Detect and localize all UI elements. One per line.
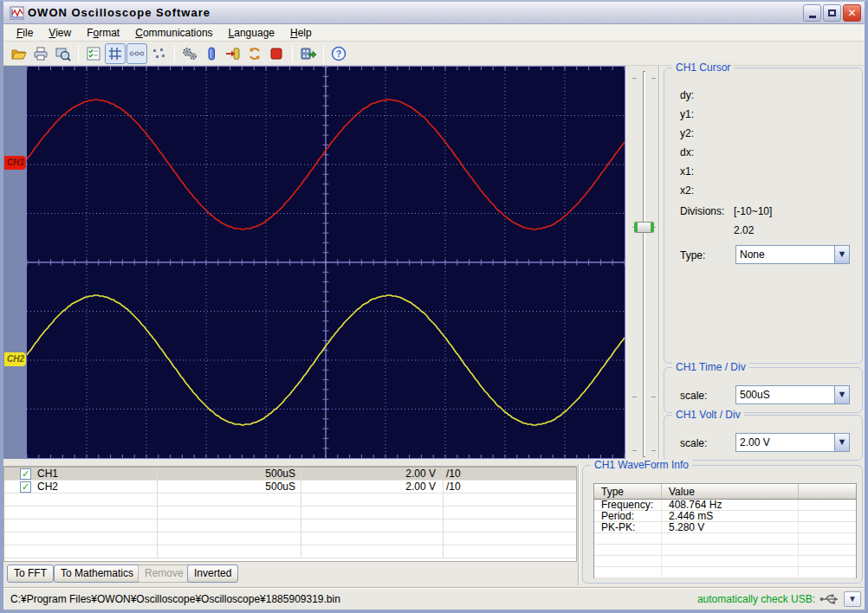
- print-preview-button[interactable]: [52, 43, 73, 64]
- slider-tick: [651, 78, 656, 79]
- table-row-ch1[interactable]: ✓ CH1 500uS 2.00 V /10: [4, 468, 576, 481]
- file-path: C:¥Program Files¥OWON¥Oscilloscope¥Oscil…: [10, 593, 697, 605]
- table-row-empty: [594, 545, 856, 556]
- frequency-value: 408.764 Hz: [662, 500, 799, 510]
- chevron-down-icon[interactable]: ▼: [834, 434, 849, 451]
- table-row-empty: [4, 545, 576, 558]
- x2-label: x2:: [680, 184, 694, 197]
- help-button[interactable]: ?: [328, 43, 349, 64]
- minimize-button[interactable]: [803, 4, 821, 22]
- close-button[interactable]: ✕: [843, 4, 861, 22]
- divisions-value: 2.02: [734, 224, 754, 236]
- inverted-button[interactable]: Inverted: [187, 565, 238, 583]
- channel-probe: /10: [446, 468, 461, 480]
- divisions-range: [-10~10]: [734, 205, 772, 217]
- dot-line-display-icon: [128, 45, 146, 62]
- time-scale-value: 500uS: [740, 389, 770, 401]
- settings-gears-icon: [181, 45, 198, 62]
- channel-time: 500uS: [157, 481, 295, 493]
- channel-list-icon: [85, 45, 102, 62]
- exit-connect-button[interactable]: [223, 43, 243, 64]
- menu-format[interactable]: Format: [79, 25, 127, 41]
- dy-label: dy:: [680, 89, 694, 101]
- menu-file[interactable]: File: [9, 25, 41, 41]
- table-row-ch2[interactable]: ✓ CH2 500uS 2.00 V /10: [4, 481, 576, 494]
- minimize-icon: [809, 16, 816, 18]
- table-row-empty: [4, 507, 576, 519]
- channel-marker-strip: CH1 CH2: [3, 66, 26, 459]
- table-row-empty: [4, 494, 576, 507]
- slider-tick: [651, 450, 656, 451]
- maximize-button[interactable]: [823, 4, 841, 22]
- ch1-waveform-info-group: CH1 WaveForm Info Type Value Frequency: …: [582, 465, 863, 584]
- battery-button[interactable]: [201, 43, 222, 64]
- close-icon: ✕: [847, 7, 856, 19]
- volt-scale-label: scale:: [680, 437, 707, 449]
- dot-line-display-button[interactable]: [126, 43, 147, 64]
- usb-status-label: automatically check USB:: [697, 593, 815, 605]
- menu-view[interactable]: View: [41, 25, 79, 41]
- help-icon: ?: [330, 45, 347, 62]
- ch1-timediv-title: CH1 Time / Div: [672, 361, 749, 373]
- app-window: OWON Oscilloscope Software ✕ File View F…: [0, 0, 868, 613]
- battery-icon: [203, 45, 220, 62]
- export-record-button[interactable]: [297, 43, 318, 64]
- chevron-down-icon[interactable]: ▼: [834, 246, 849, 263]
- time-scale-select[interactable]: 500uS ▼: [735, 385, 850, 404]
- frequency-label: Frequency:: [594, 500, 662, 510]
- channel-time: 500uS: [157, 468, 295, 480]
- table-row-empty: [594, 567, 856, 578]
- channel-list-button[interactable]: [83, 43, 104, 64]
- ch2-checkbox[interactable]: ✓: [20, 481, 31, 493]
- print-preview-icon: [54, 45, 71, 62]
- grid-display-button[interactable]: [105, 43, 126, 64]
- open-folder-button[interactable]: [9, 43, 29, 64]
- check-icon: ✓: [22, 481, 29, 492]
- usb-select-button[interactable]: ▼: [844, 591, 861, 607]
- period-value: 2.446 mS: [662, 511, 799, 521]
- chevron-down-icon: ▼: [848, 594, 857, 603]
- chevron-down-icon[interactable]: ▼: [834, 386, 849, 403]
- title-bar: OWON Oscilloscope Software ✕: [3, 2, 865, 24]
- dots-display-button[interactable]: [148, 43, 169, 64]
- slider-handle[interactable]: [634, 222, 654, 233]
- remove-button: Remove: [138, 565, 191, 583]
- refresh-button[interactable]: [244, 43, 265, 64]
- stop-button[interactable]: [266, 43, 287, 64]
- toolbar-separator: [174, 45, 175, 62]
- status-bar: C:¥Program Files¥OWON¥Oscilloscope¥Oscil…: [3, 587, 865, 610]
- settings-gears-button[interactable]: [179, 43, 200, 64]
- export-record-icon: [299, 45, 316, 62]
- to-mathematics-button[interactable]: To Mathematics: [54, 565, 140, 583]
- menu-language[interactable]: Language: [221, 25, 282, 41]
- ch1-checkbox[interactable]: ✓: [20, 468, 31, 480]
- to-fft-button[interactable]: To FFT: [7, 565, 54, 583]
- plot-canvas: [27, 67, 625, 458]
- y2-label: y2:: [680, 127, 694, 139]
- table-row-empty: [4, 532, 576, 545]
- menu-help[interactable]: Help: [282, 25, 320, 41]
- cursor-type-select[interactable]: None ▼: [735, 245, 850, 264]
- pkpk-label: PK-PK:: [594, 522, 662, 532]
- open-folder-icon: [10, 45, 28, 62]
- channel-name: CH1: [37, 468, 58, 480]
- channel-volt: 2.00 V: [301, 481, 436, 493]
- oscilloscope-display[interactable]: [26, 66, 625, 459]
- toolbar-separator: [78, 45, 79, 62]
- volt-scale-value: 2.00 V: [740, 436, 770, 448]
- menu-communications[interactable]: Communications: [127, 25, 220, 41]
- svg-text:?: ?: [336, 49, 341, 59]
- ch1-voltdiv-group: CH1 Volt / Div scale: 2.00 V ▼: [664, 415, 863, 461]
- app-icon: [9, 6, 24, 20]
- ch1-cursor-title: CH1 Cursor: [672, 61, 734, 74]
- slider-tick: [632, 450, 637, 451]
- cursor-type-value: None: [740, 248, 765, 261]
- dx-label: dx:: [680, 146, 694, 158]
- table-row-empty: [4, 519, 576, 532]
- print-button[interactable]: [30, 43, 51, 64]
- period-label: Period:: [594, 511, 662, 521]
- value-column-header: Value: [662, 484, 799, 499]
- volt-scale-select[interactable]: 2.00 V ▼: [735, 433, 850, 452]
- slider-tick: [651, 397, 656, 397]
- waveform-table-header: Type Value: [594, 484, 856, 500]
